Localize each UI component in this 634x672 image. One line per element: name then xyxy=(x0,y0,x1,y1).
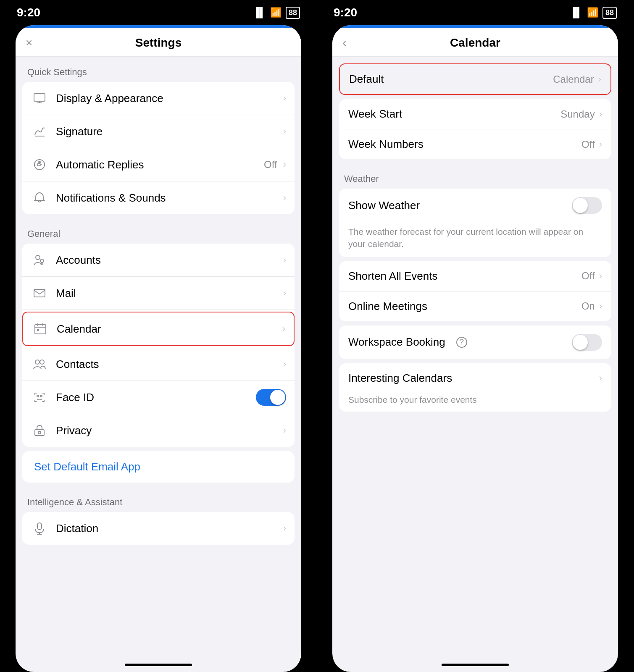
signature-chevron: › xyxy=(283,126,286,137)
battery-left: 88 xyxy=(286,7,300,19)
default-label: Default xyxy=(349,73,553,86)
week-numbers-label: Week Numbers xyxy=(348,138,581,151)
interesting-calendars-row[interactable]: Interesting Calendars › xyxy=(339,363,611,393)
dictation-label: Dictation xyxy=(56,522,281,535)
privacy-row[interactable]: Privacy › xyxy=(22,414,295,447)
automatic-replies-row[interactable]: Automatic Replies Off › xyxy=(22,148,295,181)
default-chevron: › xyxy=(598,74,601,85)
display-icon xyxy=(31,89,48,107)
set-default-email-link[interactable]: Set Default Email App xyxy=(22,451,295,483)
dictation-icon xyxy=(31,520,48,537)
interesting-calendars-desc: Subscribe to your favorite events xyxy=(339,393,611,412)
svg-rect-19 xyxy=(35,430,44,436)
settings-header: × Settings xyxy=(16,28,301,57)
faceid-toggle[interactable] xyxy=(256,389,286,406)
signature-row[interactable]: Signature › xyxy=(22,115,295,148)
svg-rect-10 xyxy=(35,325,46,334)
back-button[interactable]: ‹ xyxy=(342,36,346,50)
auto-replies-chevron: › xyxy=(283,159,286,170)
battery-right: 88 xyxy=(602,7,617,19)
workspace-help-icon[interactable]: ? xyxy=(456,337,467,348)
svg-point-17 xyxy=(37,395,39,397)
wifi-icon-left: 📶 xyxy=(270,7,281,18)
dictation-row[interactable]: Dictation › xyxy=(22,512,295,545)
general-group: Accounts › Mail › xyxy=(22,244,295,447)
svg-rect-0 xyxy=(34,94,45,101)
display-appearance-label: Display & Appearance xyxy=(56,92,281,105)
shorten-events-row[interactable]: Shorten All Events Off › xyxy=(339,261,611,291)
svg-rect-14 xyxy=(37,329,39,331)
workspace-toggle-knob xyxy=(573,335,588,350)
show-weather-row[interactable]: Show Weather xyxy=(339,189,611,222)
signal-icon-right: ▐▌ xyxy=(570,7,583,18)
workspace-booking-row[interactable]: Workspace Booking ? xyxy=(339,326,611,359)
notifications-label: Notifications & Sounds xyxy=(56,192,281,205)
default-row[interactable]: Default Calendar › xyxy=(340,64,610,94)
display-appearance-row[interactable]: Display & Appearance › xyxy=(22,82,295,115)
home-indicator-left xyxy=(125,664,192,666)
svg-point-7 xyxy=(40,259,44,262)
svg-point-18 xyxy=(40,395,42,397)
accounts-chevron: › xyxy=(283,255,286,265)
auto-replies-label: Automatic Replies xyxy=(56,158,264,171)
svg-rect-9 xyxy=(34,289,45,297)
online-meetings-row[interactable]: Online Meetings On › xyxy=(339,291,611,321)
weather-toggle-knob xyxy=(573,198,588,213)
calendar-row[interactable]: Calendar › xyxy=(22,312,295,346)
display-chevron: › xyxy=(283,93,286,104)
weather-description: The weather forecast for your current lo… xyxy=(339,222,611,257)
online-meetings-chevron: › xyxy=(599,301,602,312)
toggle-knob xyxy=(270,390,285,405)
svg-point-5 xyxy=(39,161,40,163)
quick-settings-label: Quick Settings xyxy=(16,57,301,82)
close-button[interactable]: × xyxy=(26,36,32,50)
interesting-calendars-chevron: › xyxy=(599,373,602,383)
svg-point-6 xyxy=(36,255,40,260)
faceid-label: Face ID xyxy=(56,391,256,404)
signature-label: Signature xyxy=(56,125,281,138)
mail-chevron: › xyxy=(283,288,286,299)
interesting-calendars-group: Interesting Calendars › Subscribe to you… xyxy=(339,363,611,412)
workspace-booking-label: Workspace Booking xyxy=(348,336,453,349)
home-indicator-right xyxy=(442,664,509,666)
default-value: Calendar xyxy=(553,74,594,85)
general-label: General xyxy=(16,218,301,244)
calendar-icon xyxy=(32,320,49,338)
notifications-sounds-row[interactable]: Notifications & Sounds › xyxy=(22,181,295,214)
auto-replies-icon xyxy=(31,156,48,173)
week-start-row[interactable]: Week Start Sunday › xyxy=(339,99,611,129)
week-numbers-value: Off xyxy=(581,139,595,150)
svg-rect-8 xyxy=(41,262,43,264)
privacy-chevron: › xyxy=(283,425,286,436)
week-numbers-chevron: › xyxy=(599,139,602,150)
calendar-chevron: › xyxy=(282,323,285,334)
faceid-row[interactable]: Face ID xyxy=(22,381,295,414)
shorten-events-value: Off xyxy=(581,270,595,282)
week-start-label: Week Start xyxy=(348,108,560,121)
contacts-chevron: › xyxy=(283,359,286,370)
contacts-label: Contacts xyxy=(56,358,281,371)
signal-icon-left: ▐▌ xyxy=(253,7,266,18)
workspace-toggle[interactable] xyxy=(572,334,602,351)
wifi-icon-right: 📶 xyxy=(587,7,598,18)
week-numbers-row[interactable]: Week Numbers Off › xyxy=(339,129,611,159)
privacy-icon xyxy=(31,422,48,439)
auto-replies-value: Off xyxy=(264,159,277,171)
accounts-row[interactable]: Accounts › xyxy=(22,244,295,277)
dictation-chevron: › xyxy=(283,523,286,534)
shorten-events-label: Shorten All Events xyxy=(348,270,581,283)
accounts-label: Accounts xyxy=(56,254,281,267)
week-group: Week Start Sunday › Week Numbers Off › xyxy=(339,99,611,159)
week-start-chevron: › xyxy=(599,109,602,120)
calendar-header: ‹ Calendar xyxy=(332,28,618,57)
online-meetings-label: Online Meetings xyxy=(348,300,581,313)
mail-row[interactable]: Mail › xyxy=(22,277,295,310)
contacts-row[interactable]: Contacts › xyxy=(22,348,295,381)
show-weather-toggle[interactable] xyxy=(572,197,602,214)
notifications-icon xyxy=(31,189,48,207)
accounts-icon xyxy=(31,251,48,269)
calendar-label: Calendar xyxy=(57,323,281,336)
settings-title: Settings xyxy=(135,36,182,50)
svg-point-20 xyxy=(38,431,41,434)
status-time-right: 9:20 xyxy=(334,6,357,19)
